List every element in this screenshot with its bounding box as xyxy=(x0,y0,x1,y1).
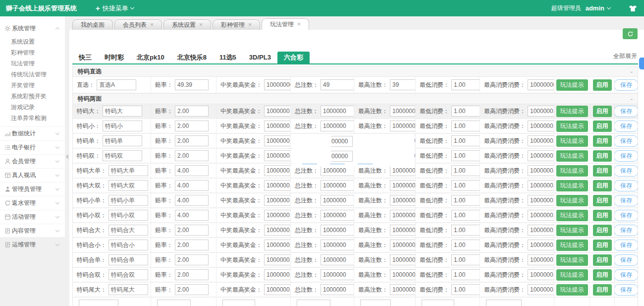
total-bets-input[interactable] xyxy=(321,225,354,236)
sidebar-group-7[interactable]: 活动管理 xyxy=(0,210,65,224)
max-bets-input[interactable] xyxy=(390,180,416,191)
save-button[interactable]: 保存 xyxy=(615,254,638,266)
max-prize-input[interactable] xyxy=(222,300,255,306)
quick-menu-button[interactable]: + 快捷菜单 xyxy=(96,4,134,13)
sidebar-group-5[interactable]: 管理员管理 xyxy=(0,182,65,196)
window-tab[interactable]: 系统设置 × xyxy=(163,19,211,30)
max-cost-input[interactable] xyxy=(486,300,522,306)
save-button[interactable]: 保存 xyxy=(615,135,638,147)
min-cost-input[interactable] xyxy=(451,269,480,280)
max-prize-input[interactable] xyxy=(264,150,291,161)
close-icon[interactable]: × xyxy=(199,22,203,28)
odds-input[interactable] xyxy=(175,284,209,295)
name-input[interactable] xyxy=(103,135,142,146)
collapse-toggle[interactable]: - xyxy=(631,95,633,103)
total-bets-input[interactable] xyxy=(321,121,354,131)
max-prize-input[interactable] xyxy=(264,254,291,265)
min-cost-input[interactable] xyxy=(451,135,480,146)
collapse-toggle[interactable]: - xyxy=(631,68,633,75)
max-bets-input[interactable] xyxy=(390,121,416,131)
max-bets-input[interactable] xyxy=(390,195,416,206)
total-bets-input[interactable] xyxy=(321,210,354,221)
total-bets-input[interactable] xyxy=(321,79,354,90)
save-button[interactable]: 保存 xyxy=(615,165,638,177)
play-hint-button[interactable]: 玩法提示 xyxy=(556,254,588,266)
name-input[interactable] xyxy=(103,106,142,117)
play-hint-button[interactable]: 玩法提示 xyxy=(556,165,588,177)
save-button[interactable]: 保存 xyxy=(615,240,638,251)
odds-input[interactable] xyxy=(175,79,209,90)
play-hint-button[interactable]: 玩法提示 xyxy=(556,240,588,251)
odds-input[interactable] xyxy=(175,106,209,117)
name-input[interactable] xyxy=(108,195,148,206)
name-input[interactable] xyxy=(108,254,148,265)
sidebar-item[interactable]: 传统玩法管理 xyxy=(0,69,65,80)
save-button[interactable]: 保存 xyxy=(615,79,638,91)
play-hint-button[interactable]: 玩法提示 xyxy=(556,79,588,91)
window-tab[interactable]: 玩法管理 × xyxy=(262,18,309,30)
max-prize-input[interactable] xyxy=(264,284,291,295)
max-cost-input[interactable] xyxy=(528,225,554,236)
odds-input[interactable] xyxy=(175,165,209,176)
total-bets-input[interactable] xyxy=(321,254,354,265)
max-cost-input[interactable] xyxy=(528,269,554,280)
max-cost-input[interactable] xyxy=(528,195,554,206)
total-bets-input[interactable] xyxy=(321,240,354,250)
min-cost-input[interactable] xyxy=(451,79,480,90)
window-tab[interactable]: 彩种管理 × xyxy=(213,19,260,30)
close-icon[interactable]: × xyxy=(150,22,154,28)
max-cost-input[interactable] xyxy=(528,79,554,90)
scroll-indicator[interactable] xyxy=(639,58,644,69)
total-bets-input[interactable] xyxy=(321,180,354,191)
close-icon[interactable]: × xyxy=(297,21,301,27)
lottery-tab[interactable]: 快三 xyxy=(72,52,98,63)
name-input[interactable] xyxy=(108,210,148,221)
lottery-tab[interactable]: 北京快乐8 xyxy=(171,52,213,63)
play-hint-button[interactable]: 玩法提示 xyxy=(556,135,588,147)
refresh-button[interactable] xyxy=(623,28,638,39)
save-button[interactable]: 保存 xyxy=(615,106,638,117)
enable-button[interactable]: 启用 xyxy=(593,79,612,91)
save-button[interactable]: 保存 xyxy=(615,210,638,221)
odds-input[interactable] xyxy=(175,225,209,236)
play-hint-button[interactable]: 玩法提示 xyxy=(556,180,588,191)
max-bets-input[interactable] xyxy=(390,240,416,250)
expand-all-link[interactable]: 全部展开 xyxy=(613,52,637,61)
enable-button[interactable]: 启用 xyxy=(593,121,612,132)
enable-button[interactable]: 启用 xyxy=(593,269,612,281)
max-cost-input[interactable] xyxy=(528,135,554,146)
min-cost-input[interactable] xyxy=(451,180,480,191)
enable-button[interactable]: 启用 xyxy=(593,225,612,236)
sidebar-group-6[interactable]: 返水管理 xyxy=(0,196,65,210)
total-bets-input[interactable] xyxy=(321,269,354,280)
user-menu[interactable]: admin xyxy=(586,4,610,12)
max-prize-input[interactable] xyxy=(264,240,291,250)
enable-button[interactable]: 启用 xyxy=(593,240,612,251)
max-bets-input[interactable] xyxy=(390,165,416,176)
sidebar-item[interactable]: 游戏记录 xyxy=(0,102,65,113)
min-cost-input[interactable] xyxy=(451,106,480,117)
sidebar-item[interactable]: 开奖管理 xyxy=(0,80,65,91)
name-input[interactable] xyxy=(79,300,118,306)
play-hint-button[interactable]: 玩法提示 xyxy=(556,210,588,221)
sidebar-group-3[interactable]: 会员管理 xyxy=(0,154,65,168)
enable-button[interactable]: 启用 xyxy=(593,180,612,191)
min-cost-input[interactable] xyxy=(451,121,480,131)
max-bets-input[interactable] xyxy=(390,284,416,295)
max-prize-input[interactable] xyxy=(264,135,291,146)
odds-input[interactable] xyxy=(175,240,209,250)
total-bets-input[interactable] xyxy=(321,195,354,206)
name-input[interactable] xyxy=(108,180,148,191)
min-cost-input[interactable] xyxy=(451,210,480,221)
odds-input[interactable] xyxy=(175,135,209,146)
total-bets-input[interactable] xyxy=(321,106,354,117)
name-input[interactable] xyxy=(103,121,142,131)
sidebar-item[interactable]: 彩种管理 xyxy=(0,47,65,58)
max-prize-input[interactable] xyxy=(264,210,291,221)
sidebar-group-0[interactable]: 系统管理 xyxy=(0,21,65,35)
play-hint-button[interactable]: 玩法提示 xyxy=(556,225,588,236)
odds-input[interactable] xyxy=(175,195,209,206)
odds-input[interactable] xyxy=(175,180,209,191)
max-cost-input[interactable] xyxy=(528,240,554,250)
min-cost-input[interactable] xyxy=(451,284,480,295)
